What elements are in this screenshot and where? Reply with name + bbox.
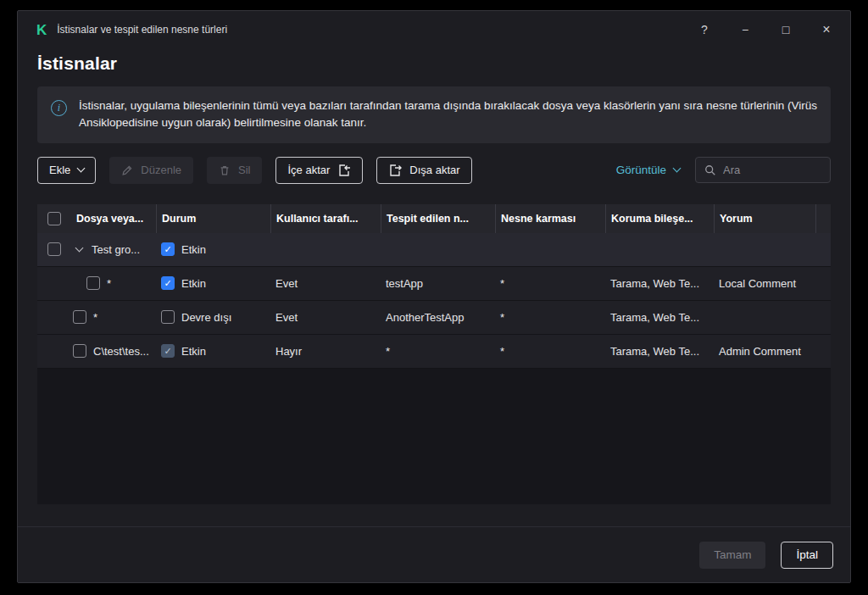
status-label: Devre dışı bbox=[181, 311, 231, 324]
col-header-user[interactable]: Kullanıcı tarafı... bbox=[270, 204, 381, 233]
view-dropdown[interactable]: Görüntüle bbox=[616, 164, 680, 176]
file-cell: C\test\tes... bbox=[93, 345, 149, 358]
col-header-component[interactable]: Koruma bileşe... bbox=[605, 204, 714, 233]
import-icon bbox=[337, 164, 351, 177]
info-text: İstisnalar, uygulama bileşenlerinin tümü… bbox=[79, 97, 817, 132]
status-label: Etkin bbox=[181, 345, 206, 358]
help-button[interactable]: ? bbox=[698, 23, 711, 36]
view-dropdown-label: Görüntüle bbox=[616, 164, 666, 176]
info-banner: i İstisnalar, uygulama bileşenlerinin tü… bbox=[37, 86, 831, 143]
minimize-button[interactable]: − bbox=[738, 23, 752, 36]
comment-cell bbox=[714, 301, 815, 334]
page-title: İstisnalar bbox=[37, 53, 831, 74]
row-checkbox[interactable] bbox=[73, 310, 86, 324]
edit-button-label: Düzenle bbox=[141, 164, 181, 176]
table-row[interactable]: * Etkin Evet testApp * Tarama, Web Te...… bbox=[37, 267, 831, 301]
delete-button[interactable]: Sil bbox=[207, 157, 262, 184]
export-button-label: Dışa aktar bbox=[409, 164, 459, 176]
col-header-comment[interactable]: Yorum bbox=[714, 204, 815, 233]
col-header-status[interactable]: Durum bbox=[156, 204, 270, 233]
maximize-button[interactable]: □ bbox=[779, 23, 793, 36]
table-group-row[interactable]: Test gro... Etkin bbox=[37, 233, 831, 267]
info-icon: i bbox=[51, 100, 67, 116]
comment-cell: Admin Comment bbox=[714, 335, 815, 368]
table-row[interactable]: C\test\tes... Etkin Hayır * * Tarama, We… bbox=[37, 335, 831, 369]
chevron-down-icon[interactable] bbox=[75, 244, 84, 253]
status-label: Etkin bbox=[181, 277, 206, 290]
object-cell: AnotherTestApp bbox=[381, 301, 495, 334]
col-header-object[interactable]: Tespit edilen n... bbox=[381, 204, 495, 233]
object-cell: testApp bbox=[381, 267, 495, 300]
col-header-file[interactable]: Dosya veya... bbox=[71, 204, 156, 233]
search-box bbox=[695, 157, 831, 183]
status-checkbox[interactable] bbox=[161, 310, 175, 324]
status-checkbox[interactable] bbox=[161, 344, 175, 358]
exclusions-table: Dosya veya... Durum Kullanıcı tarafı... … bbox=[37, 204, 831, 504]
file-cell: * bbox=[107, 277, 111, 290]
export-button[interactable]: Dışa aktar bbox=[376, 157, 471, 184]
pencil-icon bbox=[121, 164, 133, 176]
status-checkbox[interactable] bbox=[161, 242, 175, 256]
add-button[interactable]: Ekle bbox=[37, 157, 96, 184]
group-name: Test gro... bbox=[92, 243, 140, 256]
file-cell: * bbox=[93, 311, 97, 324]
component-cell: Tarama, Web Te... bbox=[605, 267, 714, 300]
delete-button-label: Sil bbox=[238, 164, 250, 176]
hash-cell: * bbox=[495, 335, 605, 368]
user-cell: Evet bbox=[270, 267, 381, 300]
search-input[interactable] bbox=[723, 164, 821, 176]
table-body: Test gro... Etkin * Etkin bbox=[37, 233, 831, 504]
app-window: K İstisnalar ve tespit edilen nesne türl… bbox=[17, 10, 851, 583]
row-checkbox[interactable] bbox=[47, 242, 61, 256]
titlebar: K İstisnalar ve tespit edilen nesne türl… bbox=[18, 11, 850, 48]
dialog-footer: Tamam İptal bbox=[18, 526, 850, 582]
trash-icon bbox=[219, 164, 231, 176]
search-icon bbox=[704, 164, 716, 176]
chevron-down-icon bbox=[77, 164, 86, 173]
component-cell: Tarama, Web Te... bbox=[605, 335, 714, 368]
component-cell: Tarama, Web Te... bbox=[605, 301, 714, 334]
close-button[interactable]: × bbox=[820, 22, 833, 37]
chevron-down-icon bbox=[673, 164, 682, 173]
export-icon bbox=[388, 164, 402, 177]
import-button-label: İçe aktar bbox=[287, 164, 330, 176]
import-button[interactable]: İçe aktar bbox=[275, 157, 363, 184]
toolbar: Ekle Düzenle Sil İçe aktar Dışa aktar Gö… bbox=[37, 157, 831, 184]
kaspersky-logo-icon: K bbox=[36, 23, 47, 37]
edit-button[interactable]: Düzenle bbox=[109, 157, 193, 184]
status-checkbox[interactable] bbox=[161, 276, 175, 290]
col-header-extra bbox=[815, 204, 829, 233]
hash-cell: * bbox=[495, 267, 605, 300]
table-header: Dosya veya... Durum Kullanıcı tarafı... … bbox=[37, 204, 831, 233]
add-button-label: Ekle bbox=[49, 164, 70, 176]
row-checkbox[interactable] bbox=[86, 276, 100, 290]
cancel-button[interactable]: İptal bbox=[781, 542, 833, 569]
user-cell: Hayır bbox=[270, 335, 381, 368]
window-title: İstisnalar ve tespit edilen nesne türler… bbox=[57, 24, 227, 36]
col-header-hash[interactable]: Nesne karması bbox=[495, 204, 605, 233]
select-all-checkbox[interactable] bbox=[47, 212, 61, 225]
object-cell: * bbox=[381, 335, 495, 368]
hash-cell: * bbox=[495, 301, 605, 334]
status-label: Etkin bbox=[181, 243, 206, 256]
table-row[interactable]: * Devre dışı Evet AnotherTestApp * Taram… bbox=[37, 301, 831, 335]
comment-cell: Local Comment bbox=[714, 267, 815, 300]
user-cell: Evet bbox=[270, 301, 381, 334]
ok-button[interactable]: Tamam bbox=[699, 542, 765, 569]
row-checkbox[interactable] bbox=[73, 344, 86, 358]
